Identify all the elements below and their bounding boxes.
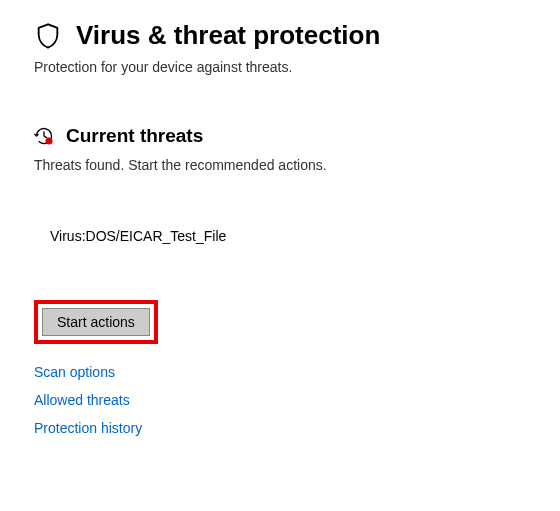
history-alert-icon <box>34 126 54 146</box>
page-subtitle: Protection for your device against threa… <box>34 59 526 75</box>
protection-history-link[interactable]: Protection history <box>34 420 142 436</box>
threat-item[interactable]: Virus:DOS/EICAR_Test_File <box>50 228 526 244</box>
links-block: Scan options Allowed threats Protection … <box>34 364 526 436</box>
start-actions-button[interactable]: Start actions <box>42 308 150 336</box>
start-actions-highlight: Start actions <box>34 300 158 344</box>
page-title: Virus & threat protection <box>76 20 380 51</box>
shield-icon <box>34 22 62 50</box>
section-title: Current threats <box>66 125 203 147</box>
threat-list: Virus:DOS/EICAR_Test_File <box>50 228 526 244</box>
section-header: Current threats <box>34 125 526 147</box>
svg-point-0 <box>46 138 53 145</box>
page-header: Virus & threat protection <box>34 20 526 51</box>
scan-options-link[interactable]: Scan options <box>34 364 115 380</box>
section-description: Threats found. Start the recommended act… <box>34 157 526 173</box>
allowed-threats-link[interactable]: Allowed threats <box>34 392 130 408</box>
